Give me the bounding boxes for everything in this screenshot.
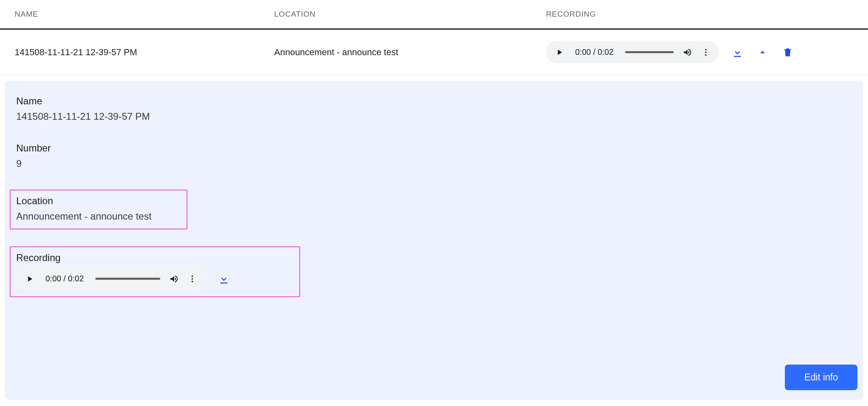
detail-location-label: Location <box>16 195 181 207</box>
row-name: 141508-11-11-21 12-39-57 PM <box>15 47 274 58</box>
audio-time: 0:00 / 0:02 <box>43 274 86 283</box>
download-icon[interactable] <box>217 272 231 286</box>
delete-icon[interactable] <box>781 45 795 59</box>
column-header-location[interactable]: LOCATION <box>274 10 546 19</box>
svg-point-0 <box>705 49 707 50</box>
detail-location-value: Announcement - announce test <box>16 211 181 222</box>
audio-track[interactable] <box>95 278 160 280</box>
detail-number-label: Number <box>16 143 852 154</box>
detail-recording-label: Recording <box>16 252 294 263</box>
detail-name-field: Name 141508-11-11-21 12-39-57 PM <box>16 95 852 122</box>
svg-point-5 <box>191 281 193 282</box>
row-location: Announcement - announce test <box>274 47 546 58</box>
detail-panel: Name 141508-11-11-21 12-39-57 PM Number … <box>5 81 863 400</box>
detail-name-value: 141508-11-11-21 12-39-57 PM <box>16 111 852 122</box>
column-header-name[interactable]: NAME <box>15 10 274 19</box>
svg-point-1 <box>705 52 707 53</box>
audio-track[interactable] <box>625 51 674 53</box>
svg-point-2 <box>705 54 707 56</box>
audio-player-row[interactable]: 0:00 / 0:02 <box>546 41 719 63</box>
svg-point-3 <box>191 275 193 277</box>
play-icon[interactable] <box>555 48 564 57</box>
collapse-icon[interactable] <box>756 45 769 59</box>
more-vert-icon[interactable] <box>701 48 710 57</box>
table-header: NAME LOCATION RECORDING <box>0 0 868 30</box>
edit-info-button[interactable]: Edit info <box>785 365 857 390</box>
row-recording: 0:00 / 0:02 <box>546 41 868 63</box>
detail-number-value: 9 <box>16 158 852 169</box>
column-header-recording[interactable]: RECORDING <box>546 10 868 19</box>
volume-icon[interactable] <box>169 274 179 284</box>
more-vert-icon[interactable] <box>188 274 197 283</box>
table-row[interactable]: 141508-11-11-21 12-39-57 PM Announcement… <box>0 30 868 75</box>
download-icon[interactable] <box>730 45 744 59</box>
detail-location-field: Location Announcement - announce test <box>10 190 187 229</box>
detail-number-field: Number 9 <box>16 143 852 169</box>
audio-time: 0:00 / 0:02 <box>573 48 616 57</box>
svg-point-4 <box>191 278 193 280</box>
audio-player-detail[interactable]: 0:00 / 0:02 <box>16 268 206 290</box>
detail-name-label: Name <box>16 95 852 107</box>
detail-recording-field: Recording 0:00 / 0:02 <box>10 246 300 297</box>
play-icon[interactable] <box>25 274 34 283</box>
volume-icon[interactable] <box>683 48 692 57</box>
